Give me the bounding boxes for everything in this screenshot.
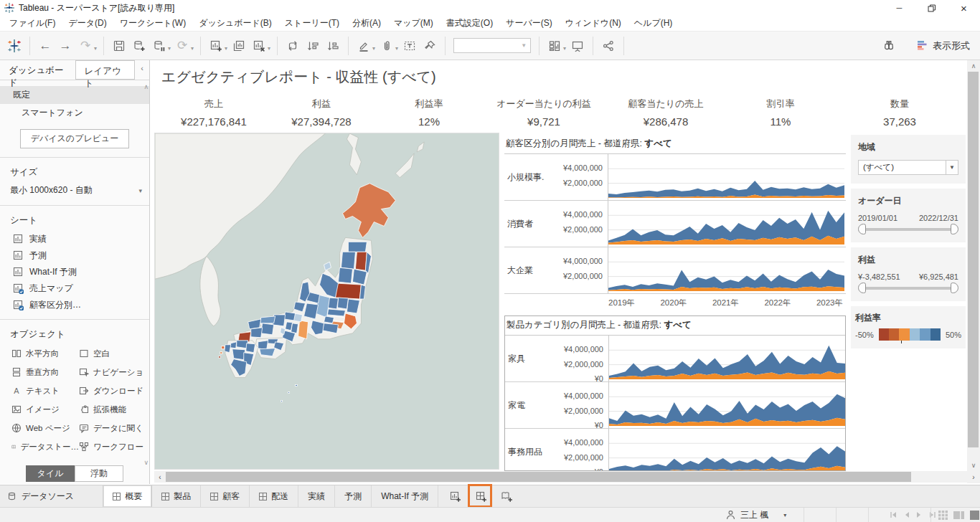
area-chart[interactable]	[609, 382, 845, 429]
object-item[interactable]: Web ページ	[11, 419, 79, 437]
menu-item[interactable]: 書式設定(O)	[440, 16, 499, 31]
chevron-down-icon[interactable]: ▾	[94, 45, 97, 52]
area-chart[interactable]	[608, 154, 844, 201]
object-item[interactable]: 空白	[79, 345, 146, 362]
filmstrip-view-icon[interactable]	[953, 511, 964, 520]
sort-ascending-icon[interactable]	[303, 36, 322, 56]
area-chart[interactable]	[608, 247, 844, 294]
sheet-tab-実績[interactable]: 実績	[298, 485, 335, 507]
profit-slider[interactable]	[860, 287, 956, 290]
close-button[interactable]: ×	[948, 0, 980, 16]
redo-icon[interactable]: ↷	[76, 36, 95, 56]
chevron-down-icon[interactable]: ▼	[946, 161, 958, 174]
tab-dashboard[interactable]: ダッシュボード	[0, 60, 75, 80]
forward-icon[interactable]: →	[56, 36, 75, 56]
region-dropdown[interactable]: (すべて) ▼	[858, 160, 958, 175]
menu-item[interactable]: サーバー(S)	[499, 16, 559, 31]
sidebar-sheet-item[interactable]: 実績	[0, 231, 149, 247]
show-me-button[interactable]: 表示形式	[918, 39, 970, 52]
new-dashboard-button[interactable]	[471, 487, 490, 506]
scrollbar-thumb[interactable]	[166, 472, 911, 482]
horizontal-scrollbar[interactable]: ‹	[154, 471, 967, 483]
area-plot[interactable]	[608, 429, 845, 471]
menu-item[interactable]: 分析(A)	[346, 16, 387, 31]
binoculars-icon[interactable]	[880, 36, 898, 56]
sales-area[interactable]	[609, 446, 845, 471]
chart-product-category[interactable]: 製品カテゴリ別の月間売上 - 都道府県: すべて 家具¥4,000,000¥2,…	[504, 315, 846, 471]
sort-descending-icon[interactable]	[324, 36, 342, 56]
sidebar-sheet-item[interactable]: 売上マップ	[0, 280, 149, 297]
clear-sheet-icon[interactable]	[250, 36, 268, 56]
object-item[interactable]: 拡張機能	[79, 401, 146, 418]
object-item[interactable]: データに聞く	[79, 419, 146, 437]
object-item[interactable]: 水平方向	[11, 345, 79, 362]
object-item[interactable]: ワークフロー	[79, 438, 146, 455]
menu-item[interactable]: ファイル(F)	[3, 16, 62, 31]
object-item[interactable]: Aテキスト	[11, 382, 79, 399]
scroll-right-icon[interactable]: ›	[967, 471, 980, 483]
refresh-icon[interactable]: ⟳	[173, 36, 192, 56]
chevron-down-icon[interactable]: ▾	[372, 45, 375, 52]
highlight-icon[interactable]	[354, 36, 373, 56]
order-date-slider[interactable]	[860, 228, 956, 231]
new-story-button[interactable]	[497, 487, 516, 506]
share-workbook-icon[interactable]	[599, 36, 618, 56]
swap-rows-columns-icon[interactable]	[283, 36, 302, 56]
area-plot[interactable]	[608, 201, 846, 247]
floating-button[interactable]: 浮動	[75, 465, 123, 482]
sheet-tab-予測[interactable]: 予測	[335, 485, 372, 507]
scroll-left-icon[interactable]: ‹	[154, 471, 166, 483]
area-plot[interactable]	[608, 336, 845, 381]
scroll-up-icon[interactable]: ∧	[967, 62, 980, 70]
chevron-down-icon[interactable]: ▾	[191, 45, 194, 52]
next-icon[interactable]	[916, 511, 923, 518]
vertical-scrollbar[interactable]: ∧ ∨	[967, 60, 980, 471]
chart-customer-segment[interactable]: 顧客区分別の月間売上 - 都道府県: すべて 小規模事..¥4,000,000¥…	[504, 135, 846, 314]
minimize-button[interactable]: ─	[883, 0, 915, 16]
presentation-mode-icon[interactable]	[568, 36, 587, 56]
object-item[interactable]: ナビゲーショ	[79, 364, 146, 381]
slider-handle-right[interactable]	[951, 224, 958, 234]
device-phone-item[interactable]: スマートフォン	[0, 104, 149, 122]
back-icon[interactable]: ←	[36, 36, 55, 56]
menu-item[interactable]: データ(D)	[62, 16, 113, 31]
collapse-pane-icon[interactable]: ‹	[135, 60, 149, 80]
area-plot[interactable]	[608, 382, 845, 428]
menu-item[interactable]: ダッシュボード(B)	[192, 16, 278, 31]
area-chart[interactable]	[608, 201, 844, 247]
menu-item[interactable]: マップ(M)	[387, 16, 440, 31]
sheet-tab-顧客[interactable]: 顧客	[201, 485, 250, 507]
object-item[interactable]: イメージ	[11, 401, 79, 418]
area-plot[interactable]	[608, 154, 846, 200]
slider-handle-left[interactable]	[858, 224, 866, 234]
menu-item[interactable]: ワークシート(W)	[113, 16, 192, 31]
text-label-icon[interactable]	[400, 36, 419, 56]
show-hide-cards-icon[interactable]	[545, 36, 564, 56]
sidebar-sheet-item[interactable]: What-If 予測	[0, 264, 149, 280]
chevron-down-icon[interactable]: ▾	[168, 45, 171, 52]
chevron-down-icon[interactable]: ▾	[563, 45, 566, 52]
paperclip-icon[interactable]	[377, 36, 396, 56]
sidebar-scroll-up-icon[interactable]: ∧	[143, 83, 149, 90]
scroll-down-icon[interactable]: ∨	[967, 462, 980, 469]
sheet-tab-製品[interactable]: 製品	[152, 485, 201, 507]
menu-item[interactable]: ヘルプ(H)	[628, 16, 679, 31]
device-default-item[interactable]: 既定	[0, 86, 149, 104]
sidebar-sheet-item[interactable]: 顧客区分別…	[0, 297, 149, 313]
area-chart[interactable]	[609, 336, 845, 382]
slider-handle-left[interactable]	[858, 283, 866, 293]
object-item[interactable]: 垂直方向	[11, 364, 79, 381]
fit-selector[interactable]: ▼	[453, 38, 531, 53]
tab-layout[interactable]: レイアウト	[75, 60, 136, 80]
size-dropdown[interactable]: 最小 1000x620 - 自動 ▾	[0, 183, 149, 204]
tiled-button[interactable]: タイル	[26, 465, 75, 482]
menu-item[interactable]: ストーリー(T)	[278, 16, 346, 31]
user-menu[interactable]: 三上 楓 ▾	[726, 509, 786, 521]
scrollbar-thumb[interactable]	[968, 72, 979, 447]
sidebar-sheet-item[interactable]: 予測	[0, 247, 149, 264]
sales-area[interactable]	[609, 394, 845, 424]
grid-view-icon[interactable]	[938, 511, 948, 520]
duplicate-sheet-icon[interactable]	[230, 36, 248, 56]
object-item[interactable]: ダウンロード	[79, 382, 146, 399]
chevron-down-icon[interactable]: ▾	[395, 45, 398, 52]
